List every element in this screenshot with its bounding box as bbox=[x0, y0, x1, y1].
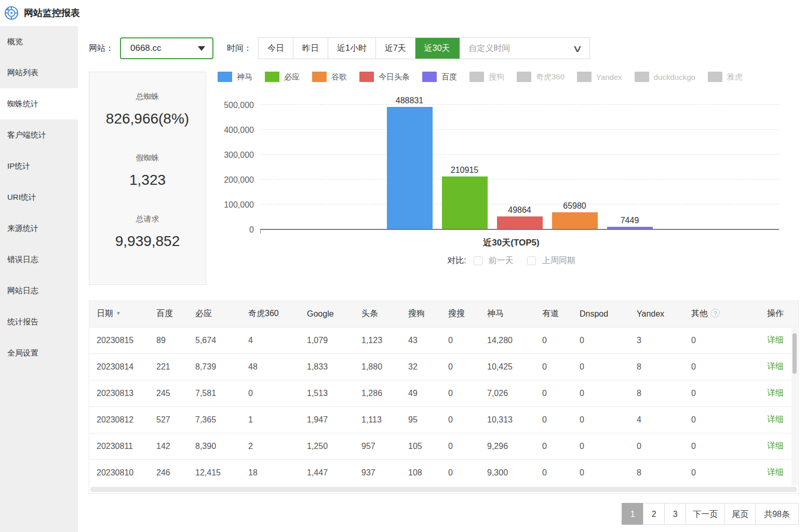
y-tick: 0 bbox=[249, 225, 254, 235]
sidebar-item-ip-stats[interactable]: IP统计 bbox=[0, 151, 78, 182]
detail-link[interactable]: 详细 bbox=[767, 415, 784, 424]
page-3[interactable]: 3 bbox=[664, 503, 686, 525]
bar-bing[interactable]: 210915 bbox=[442, 166, 488, 229]
spider-table: 日期▼ 百度 必应 奇虎360 Google 头条 搜狗 搜搜 神马 有道 Dn… bbox=[89, 301, 799, 494]
sort-desc-icon: ▼ bbox=[116, 310, 121, 316]
stat-value: 1,323 bbox=[89, 172, 206, 188]
compare-prev-day-checkbox[interactable] bbox=[474, 256, 482, 265]
legend-swatch bbox=[469, 72, 484, 82]
time-btn-last-30d[interactable]: 近30天 bbox=[415, 38, 460, 59]
last-page-button[interactable]: 尾页 bbox=[724, 503, 756, 525]
cell-date: 20230811 bbox=[89, 433, 156, 459]
bar-rect bbox=[607, 227, 653, 229]
detail-link[interactable]: 详细 bbox=[767, 468, 784, 476]
time-label: 时间： bbox=[227, 43, 252, 54]
sidebar-item-overview[interactable]: 概览 bbox=[0, 26, 78, 57]
legend-item-bing[interactable]: 必应 bbox=[265, 72, 300, 82]
legend-item-google[interactable]: 谷歌 bbox=[312, 72, 347, 82]
sidebar-item-spider-stats[interactable]: 蜘蛛统计 bbox=[0, 88, 78, 119]
cell-date: 20230812 bbox=[89, 406, 156, 433]
legend-item-sogou[interactable]: 搜狗 bbox=[469, 72, 504, 82]
horizontal-scrollbar-track[interactable] bbox=[90, 487, 797, 492]
filter-bar: 网站： 0668.cc 时间： 今日 昨日 近1小时 近7天 近30天 自定义时… bbox=[89, 37, 799, 59]
bar-value-label: 210915 bbox=[451, 166, 478, 175]
legend-item-duckduckgo[interactable]: duckduckgo bbox=[635, 72, 695, 82]
y-axis: 500,000 400,000 300,000 200,000 100,000 … bbox=[218, 91, 260, 233]
legend-swatch bbox=[577, 72, 592, 82]
sidebar-item-site-list[interactable]: 网站列表 bbox=[0, 57, 78, 88]
legend-swatch bbox=[517, 72, 531, 82]
col-header-soso: 搜搜 bbox=[448, 301, 487, 327]
legend-swatch bbox=[359, 72, 374, 82]
time-btn-today[interactable]: 今日 bbox=[259, 38, 293, 59]
bar-google[interactable]: 65980 bbox=[552, 201, 598, 229]
bars: 488831 210915 49864 bbox=[260, 96, 779, 229]
col-header-date[interactable]: 日期▼ bbox=[89, 301, 156, 327]
compare-prev-day-label: 前一天 bbox=[489, 255, 514, 266]
col-header-qihu360: 奇虎360 bbox=[248, 301, 307, 327]
chart-title: 近30天(TOP5) bbox=[218, 237, 779, 249]
page-2[interactable]: 2 bbox=[643, 503, 665, 525]
custom-time-select[interactable]: 自定义时间 ∨ bbox=[460, 38, 589, 59]
time-btn-last-7d[interactable]: 近7天 bbox=[376, 38, 415, 59]
legend-item-toutiao[interactable]: 今日头条 bbox=[359, 72, 410, 82]
help-icon[interactable]: ? bbox=[711, 309, 720, 318]
detail-link[interactable]: 详细 bbox=[767, 388, 784, 397]
legend-swatch bbox=[708, 72, 722, 82]
bar-value-label: 7449 bbox=[621, 216, 639, 225]
detail-link[interactable]: 详细 bbox=[767, 441, 784, 450]
compare-last-week-checkbox[interactable] bbox=[527, 256, 536, 265]
custom-time-placeholder: 自定义时间 bbox=[469, 43, 511, 54]
sidebar-item-global-settings[interactable]: 全局设置 bbox=[0, 337, 78, 369]
sidebar-item-error-log[interactable]: 错误日志 bbox=[0, 244, 78, 275]
sidebar-item-client-stats[interactable]: 客户端统计 bbox=[0, 119, 78, 151]
stats-panel: 总蜘蛛 826,966(8%) 假蜘蛛 1,323 总请求 9,939,852 bbox=[89, 72, 206, 285]
sidebar-item-source-stats[interactable]: 来源统计 bbox=[0, 213, 78, 244]
y-tick: 500,000 bbox=[224, 101, 254, 110]
y-tick: 300,000 bbox=[224, 151, 254, 160]
site-select[interactable]: 0668.cc bbox=[120, 37, 213, 59]
detail-link[interactable]: 详细 bbox=[767, 362, 784, 371]
legend-item-shenma[interactable]: 神马 bbox=[218, 72, 252, 82]
page-1[interactable]: 1 bbox=[622, 503, 643, 525]
bar-shenma[interactable]: 488831 bbox=[387, 96, 433, 229]
sidebar-item-site-log[interactable]: 网站日志 bbox=[0, 275, 78, 306]
legend-item-baidu[interactable]: 百度 bbox=[422, 72, 457, 82]
main-content: 网站： 0668.cc 时间： 今日 昨日 近1小时 近7天 近30天 自定义时… bbox=[78, 26, 806, 532]
stat-total-requests: 总请求 9,939,852 bbox=[89, 214, 206, 250]
bar-baidu[interactable]: 7449 bbox=[607, 216, 653, 229]
col-header-youdao: 有道 bbox=[542, 301, 580, 327]
bar-rect bbox=[552, 212, 598, 229]
sidebar-item-uri-stats[interactable]: URI统计 bbox=[0, 182, 78, 213]
page-title: 网站监控报表 bbox=[24, 7, 80, 19]
stat-fake-spiders: 假蜘蛛 1,323 bbox=[89, 153, 206, 188]
compare-label: 对比: bbox=[447, 255, 466, 266]
detail-link[interactable]: 详细 bbox=[767, 335, 784, 344]
legend-item-qihu360[interactable]: 奇虎360 bbox=[517, 72, 565, 82]
col-header-sogou: 搜狗 bbox=[408, 301, 448, 327]
legend-item-yahoo[interactable]: 雅虎 bbox=[708, 72, 743, 82]
total-count: 共98条 bbox=[755, 503, 799, 525]
col-header-shenma: 神马 bbox=[487, 301, 542, 327]
sidebar-item-stats-report[interactable]: 统计报告 bbox=[0, 306, 78, 337]
time-btn-last-1h[interactable]: 近1小时 bbox=[328, 38, 376, 59]
next-page-button[interactable]: 下一页 bbox=[686, 503, 725, 525]
vertical-scrollbar-thumb[interactable] bbox=[792, 333, 797, 374]
legend-item-yandex[interactable]: Yandex bbox=[577, 72, 622, 82]
plot-area: 488831 210915 49864 bbox=[260, 91, 779, 233]
bar-toutiao[interactable]: 49864 bbox=[497, 206, 543, 229]
time-btn-yesterday[interactable]: 昨日 bbox=[293, 38, 328, 59]
x-axis-line bbox=[260, 229, 779, 230]
col-header-dnspod: Dnspod bbox=[580, 301, 637, 327]
stat-label: 总蜘蛛 bbox=[89, 92, 206, 102]
table-row: 20230811 1428,390 21,250 957105 09,296 0… bbox=[89, 433, 798, 459]
bar-value-label: 488831 bbox=[396, 96, 423, 105]
stat-label: 总请求 bbox=[89, 214, 206, 224]
site-label: 网站： bbox=[89, 43, 114, 54]
col-header-action: 操作 bbox=[759, 301, 798, 327]
col-header-yandex: Yandex bbox=[637, 301, 691, 327]
bar-value-label: 49864 bbox=[508, 206, 531, 215]
vertical-scrollbar-track bbox=[791, 328, 798, 486]
axis-tick bbox=[260, 230, 261, 234]
legend-swatch bbox=[218, 72, 232, 82]
